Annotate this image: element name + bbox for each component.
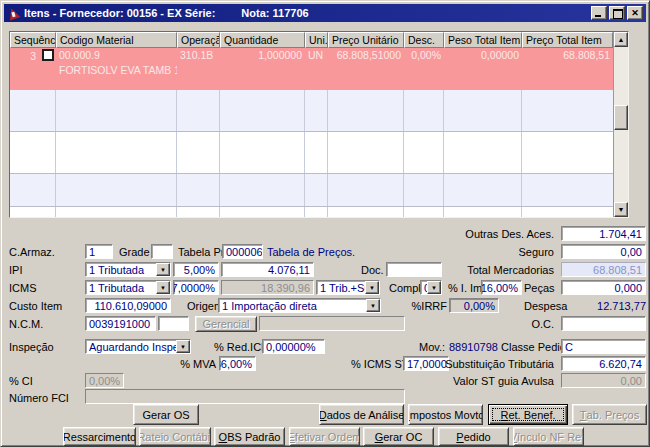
total-mercadorias-label: Total Mercadorias	[401, 264, 554, 276]
origem-dropdown[interactable]: 1 Importação direta	[218, 298, 381, 313]
pecas-field[interactable]: 0,000	[561, 280, 646, 295]
custo-item-field[interactable]: 110.610,09000	[85, 298, 171, 313]
grade-field[interactable]	[151, 244, 173, 259]
table-row-selected[interactable]: 3 00.000.9 FORTISOLV EVA TAMB 165KG 310.…	[10, 48, 613, 90]
dropdown-arrow-icon[interactable]	[427, 281, 441, 294]
mva-label: % MVA	[171, 358, 216, 370]
row-checkbox[interactable]	[42, 49, 54, 61]
dropdown-arrow-icon[interactable]	[176, 340, 190, 353]
col-header-uni[interactable]: Uni.	[305, 32, 328, 48]
efetivar-ordem-button: Efetivar Ordem	[289, 427, 360, 446]
dropdown-arrow-icon[interactable]	[156, 263, 170, 276]
irrf-field: 0,00%	[449, 298, 499, 313]
titlebar: Itens - Fornecedor: 00156 - EX Série: No…	[4, 4, 646, 22]
icms-situacao-dropdown[interactable]: 1 Tributada	[85, 280, 171, 295]
dados-de-analise-button[interactable]: Dados de Análise	[319, 404, 404, 425]
row-uni: UN	[305, 48, 328, 90]
ipi-situacao-dropdown[interactable]: 1 Tributada	[85, 262, 171, 277]
ret-benef-button[interactable]: Ret. Benef.	[488, 404, 568, 425]
col-header-sequencia[interactable]: Sequência	[10, 32, 56, 48]
col-header-preco-total-item[interactable]: Preço Total Item	[522, 32, 613, 48]
compl-label: Compl.	[389, 282, 424, 294]
row-operacao: 310.1B	[177, 48, 220, 90]
oc-field[interactable]	[561, 316, 646, 331]
subst-trib-label: Substituição Tributária	[431, 358, 554, 370]
close-button[interactable]	[627, 6, 643, 20]
classe-pedido-field[interactable]: C	[561, 339, 646, 354]
numero-fci-label: Número FCI	[9, 392, 69, 404]
impostos-movto-button[interactable]: Impostos Movto	[408, 404, 483, 425]
scroll-down-icon[interactable]	[614, 202, 628, 217]
red-icms-field[interactable]: 0,00000%	[262, 339, 325, 354]
gerencial-button: Gerencial	[195, 316, 257, 332]
mva-field[interactable]: 36,00%	[219, 356, 256, 371]
items-table: Sequência Codigo Material Operação Quant…	[9, 31, 629, 218]
compl-dropdown[interactable]: 0	[420, 280, 442, 295]
col-header-operacao[interactable]: Operação	[177, 32, 220, 48]
tabela-preco-nome: Tabela de Preços.	[267, 246, 355, 258]
icms-st-label: % ICMS ST	[351, 358, 399, 370]
vertical-scrollbar[interactable]	[613, 32, 628, 217]
minimize-button[interactable]	[591, 6, 607, 20]
oc-label: O.C.	[481, 318, 554, 330]
obs-padrao-button[interactable]: OBS Padrão	[214, 427, 285, 446]
app-icon	[7, 7, 20, 20]
numero-fci-field	[85, 389, 405, 404]
row-quantidade: 1,000000	[220, 48, 305, 90]
icms-valor-field: 18.390,96	[221, 280, 314, 295]
col-header-codigo-material[interactable]: Codigo Material	[56, 32, 177, 48]
rateio-contabil-button: Rateio Contábil	[139, 427, 211, 446]
col-header-peso-total-item[interactable]: Peso Total Item	[444, 32, 522, 48]
scrollbar-thumb[interactable]	[614, 105, 628, 130]
icms-situacao2-dropdown[interactable]: 1 Trib.+Subs	[316, 280, 380, 295]
mov-label: Mov.:	[419, 341, 445, 353]
ncm-field[interactable]: 0039191000	[85, 316, 156, 331]
ncm-ex-field[interactable]	[158, 316, 189, 331]
pedido-button[interactable]: Pedido	[438, 427, 509, 446]
tabela-preco-field[interactable]: 000006	[222, 244, 263, 259]
ci-field: 0,00%	[85, 373, 124, 388]
row-desc: 0,00%	[404, 48, 444, 90]
row-sequencia: 3	[30, 49, 36, 62]
despesa-value: 12.713,77	[561, 300, 646, 312]
irrf-label: %IRRF	[405, 300, 447, 312]
custo-item-label: Custo Item	[9, 300, 62, 312]
seguro-label: Seguro	[401, 246, 554, 258]
i-imp-field[interactable]: 16,00%	[481, 280, 522, 295]
gerar-oc-button[interactable]: Gerar OC	[363, 427, 434, 446]
seguro-field[interactable]: 0,00	[561, 244, 646, 259]
icms-pct-field[interactable]: 17,0000%	[173, 280, 219, 295]
table-empty-row	[10, 90, 613, 132]
ipi-pct-field[interactable]: 5,00%	[173, 262, 219, 277]
col-header-preco-unitario[interactable]: Preço Unitário	[328, 32, 404, 48]
col-header-desc[interactable]: Desc.	[404, 32, 444, 48]
c-armaz-field[interactable]: 1	[85, 244, 113, 259]
ncm-label: N.C.M.	[9, 318, 43, 330]
ipi-valor-field[interactable]: 4.076,11	[221, 262, 314, 277]
valor-st-label: Valor ST guia Avulsa	[431, 375, 554, 387]
row-preco-total-item: 68.808,51	[522, 48, 613, 90]
doc-label: Doc.	[361, 264, 384, 276]
inspecao-dropdown[interactable]: Aguardando Inspeção	[85, 339, 191, 354]
icms-label: ICMS	[9, 282, 37, 294]
mov-value: 88910798	[449, 341, 498, 353]
row-codigo-material: 00.000.9	[59, 49, 100, 61]
ipi-label: IPI	[9, 264, 22, 276]
outras-des-aces-field[interactable]: 1.704,41	[561, 226, 646, 241]
dropdown-arrow-icon[interactable]	[365, 281, 379, 294]
subst-trib-field[interactable]: 6.620,74	[561, 356, 646, 371]
col-header-quantidade[interactable]: Quantidade	[220, 32, 305, 48]
gerar-os-button[interactable]: Gerar OS	[133, 404, 199, 425]
scroll-up-icon[interactable]	[614, 32, 628, 47]
dropdown-arrow-icon[interactable]	[366, 299, 380, 312]
items-window: Itens - Fornecedor: 00156 - EX Série: No…	[0, 0, 650, 447]
window-title: Itens - Fornecedor: 00156 - EX Série:	[24, 7, 215, 19]
inspecao-label: Inspeção	[9, 341, 54, 353]
vinculo-nf-ref-button: Vínculo NF Ref.	[513, 427, 584, 446]
maximize-button[interactable]	[609, 6, 625, 20]
ressarcimento-button[interactable]: Ressarcimento	[63, 427, 136, 446]
ci-label: % CI	[9, 375, 33, 387]
outras-des-aces-label: Outras Des. Aces.	[401, 228, 554, 240]
dropdown-arrow-icon[interactable]	[156, 281, 170, 294]
tab-precos-button: Tab. Preços	[572, 404, 647, 425]
